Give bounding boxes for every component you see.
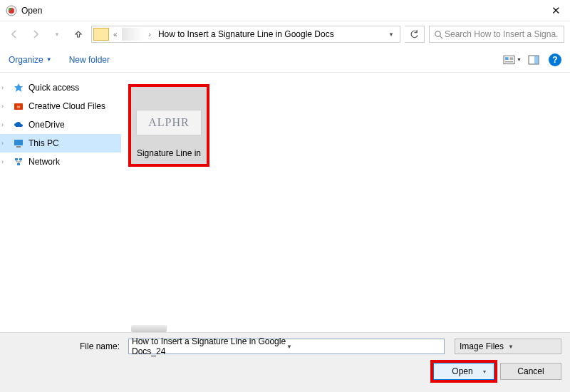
main-area: › Quick access › ∞ Creative Cloud Files …	[0, 73, 570, 332]
breadcrumb-chevron[interactable]: ›	[146, 31, 154, 38]
view-mode-button[interactable]: ▼	[503, 52, 522, 68]
chevron-down-icon: ▼	[46, 56, 52, 63]
sidebar-item-label: This PC	[28, 138, 59, 148]
quick-access-icon	[13, 82, 24, 93]
svg-rect-11	[534, 56, 539, 64]
svg-rect-18	[17, 163, 20, 165]
chevron-down-icon[interactable]: ▼	[508, 344, 556, 350]
forward-button[interactable]	[27, 26, 44, 43]
search-input[interactable]	[443, 29, 559, 40]
sidebar: › Quick access › ∞ Creative Cloud Files …	[0, 73, 121, 332]
expand-icon[interactable]: ›	[1, 103, 4, 110]
dialog-footer: File name: How to Insert a Signature Lin…	[0, 332, 570, 392]
search-box[interactable]	[429, 26, 564, 43]
new-folder-label: New folder	[69, 55, 110, 65]
sidebar-item-network[interactable]: › Network	[0, 153, 121, 171]
open-button[interactable]: Open ▾	[433, 363, 494, 380]
svg-rect-17	[19, 158, 22, 160]
organize-label: Organize	[9, 55, 43, 65]
sidebar-item-creative-cloud[interactable]: › ∞ Creative Cloud Files	[0, 97, 121, 115]
chevron-down-icon: ▼	[517, 57, 522, 62]
filter-label: Image Files	[460, 341, 508, 351]
svg-rect-14	[14, 140, 23, 145]
network-icon	[13, 156, 24, 167]
open-button-label: Open	[452, 366, 472, 376]
expand-icon[interactable]: ›	[1, 84, 4, 91]
filetype-filter[interactable]: Image Files ▼	[455, 339, 561, 354]
thumbnail-preview-text: ALPHR	[148, 116, 189, 129]
filename-value: How to Insert a Signature Line in Google…	[132, 336, 286, 356]
preview-pane-button[interactable]	[524, 52, 543, 68]
sidebar-item-label: Creative Cloud Files	[28, 101, 105, 111]
sidebar-item-onedrive[interactable]: › OneDrive	[0, 115, 121, 134]
back-button[interactable]	[6, 26, 23, 43]
svg-rect-15	[16, 146, 21, 148]
sidebar-item-label: Quick access	[28, 83, 79, 93]
filename-combobox[interactable]: How to Insert a Signature Line in Google…	[128, 339, 445, 354]
organize-menu[interactable]: Organize ▼	[9, 55, 52, 65]
app-icon	[6, 5, 17, 16]
recent-dropdown[interactable]: ▼	[48, 26, 66, 43]
cancel-button[interactable]: Cancel	[500, 363, 561, 380]
cancel-button-label: Cancel	[517, 366, 544, 376]
up-button[interactable]	[70, 26, 87, 43]
partial-thumbnail[interactable]	[131, 325, 167, 332]
new-folder-button[interactable]: New folder	[69, 55, 110, 65]
thumbnail-preview: ALPHR	[136, 110, 202, 135]
svg-point-2	[9, 8, 11, 11]
sidebar-item-quick-access[interactable]: › Quick access	[0, 78, 121, 97]
address-dropdown-icon[interactable]: ▼	[384, 31, 398, 38]
folder-icon	[93, 28, 109, 41]
title-bar: Open ✕	[0, 0, 570, 21]
breadcrumb-overflow[interactable]: «	[110, 31, 120, 38]
creative-cloud-icon: ∞	[13, 100, 24, 112]
toolbar: Organize ▼ New folder ▼ ?	[0, 47, 570, 73]
svg-line-4	[440, 36, 442, 38]
expand-icon[interactable]: ›	[1, 121, 4, 128]
help-button[interactable]: ?	[549, 53, 561, 66]
svg-text:∞: ∞	[17, 104, 21, 109]
close-button[interactable]: ✕	[542, 0, 570, 21]
chevron-down-icon[interactable]: ▼	[286, 344, 441, 350]
breadcrumb-faded-segment[interactable]	[122, 28, 145, 41]
svg-rect-16	[15, 158, 18, 160]
file-list-pane[interactable]: ALPHR Signature Line in	[121, 73, 570, 332]
split-chevron-icon[interactable]: ▾	[483, 368, 486, 375]
search-icon	[434, 30, 443, 39]
svg-rect-6	[505, 57, 509, 60]
svg-point-3	[435, 31, 440, 36]
refresh-button[interactable]	[405, 26, 425, 43]
window-title: Open	[21, 6, 542, 16]
thumbnail-label: Signature Line in	[134, 148, 204, 158]
file-thumbnail[interactable]: ALPHR Signature Line in	[131, 87, 207, 164]
expand-icon[interactable]: ›	[1, 140, 4, 147]
onedrive-icon	[13, 119, 24, 130]
sidebar-item-this-pc[interactable]: › This PC	[0, 134, 121, 153]
sidebar-item-label: OneDrive	[28, 120, 65, 130]
sidebar-item-label: Network	[28, 157, 60, 167]
this-pc-icon	[13, 138, 24, 149]
address-bar[interactable]: « › How to Insert a Signature Line in Go…	[91, 26, 400, 43]
expand-icon[interactable]: ›	[1, 158, 4, 165]
nav-bar: ▼ « › How to Insert a Signature Line in …	[0, 21, 570, 47]
filename-label: File name:	[9, 341, 123, 351]
breadcrumb-current[interactable]: How to Insert a Signature Line in Google…	[155, 29, 383, 39]
